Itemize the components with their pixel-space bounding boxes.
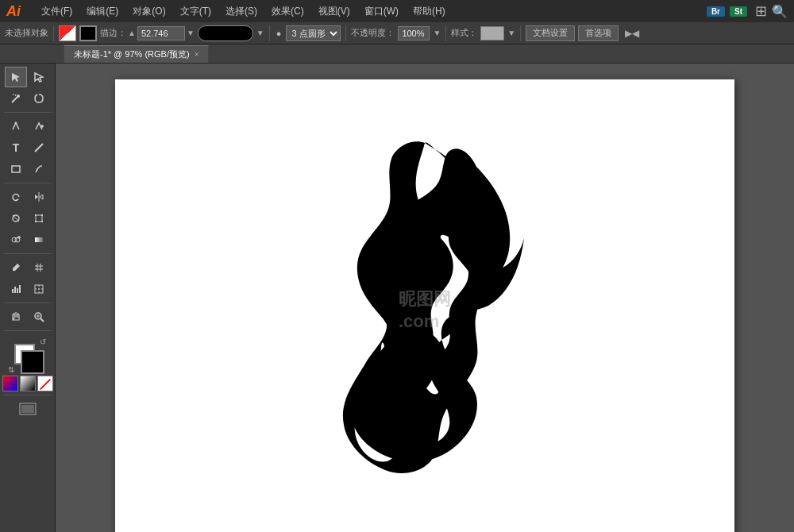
menu-view[interactable]: 视图(V) <box>312 3 357 20</box>
stroke-box[interactable] <box>22 352 43 372</box>
doc-settings-button[interactable]: 文档设置 <box>526 25 575 41</box>
eyedropper-button[interactable] <box>5 257 27 278</box>
separator3 <box>345 25 346 41</box>
slice-tool-button[interactable] <box>28 279 50 299</box>
color-mode-solid-button[interactable] <box>2 376 18 391</box>
document-tab[interactable]: 未标题-1* @ 97% (RGB/预览) × <box>64 45 209 63</box>
stroke-label: 描边： <box>100 27 126 39</box>
reflect-tool-button[interactable] <box>28 187 50 207</box>
main-layout: T <box>0 64 794 532</box>
svg-rect-15 <box>35 214 37 216</box>
tool-row-7 <box>5 208 50 229</box>
hand-tool-button[interactable] <box>5 306 27 327</box>
fill-stroke-selector: ↺ ⇅ <box>8 337 48 374</box>
svg-rect-28 <box>12 289 13 293</box>
menu-help[interactable]: 帮助(H) <box>407 3 452 20</box>
style-label: 样式： <box>451 27 477 39</box>
stock-button[interactable]: St <box>730 6 747 17</box>
separator5 <box>520 25 521 41</box>
stroke-up-icon[interactable]: ▲ <box>128 29 136 37</box>
prefs-button[interactable]: 首选项 <box>578 25 619 41</box>
tab-bar: 未标题-1* @ 97% (RGB/预览) × <box>0 44 794 64</box>
warp-tool-button[interactable] <box>5 208 27 229</box>
brush-preset-dropdown[interactable]: 3 点圆形 <box>286 25 341 41</box>
tool-row-8 <box>5 229 50 250</box>
pencil-tool-button[interactable] <box>28 159 50 179</box>
search-icon[interactable]: 🔍 <box>772 4 788 19</box>
rotate-tool-button[interactable] <box>5 187 27 207</box>
stroke-shape-dropdown-icon[interactable]: ▼ <box>256 29 264 37</box>
svg-line-0 <box>12 97 17 102</box>
menu-edit[interactable]: 编辑(E) <box>80 3 125 20</box>
options-more-icon[interactable]: ▶◀ <box>625 28 639 39</box>
zoom-tool-button[interactable] <box>28 306 50 327</box>
stroke-shape-preview <box>198 25 253 41</box>
menu-object[interactable]: 对象(O) <box>126 3 172 20</box>
pen-tool-button[interactable] <box>5 116 27 137</box>
title-bar: Ai 文件(F) 编辑(E) 对象(O) 文字(T) 选择(S) 效果(C) 视… <box>0 0 794 22</box>
opacity-dropdown-icon[interactable]: ▼ <box>433 29 441 37</box>
canvas-area[interactable]: 昵图网.com <box>56 64 794 532</box>
menu-text[interactable]: 文字(T) <box>174 3 218 20</box>
bar-chart-tool-button[interactable] <box>5 279 27 299</box>
line-tool-button[interactable] <box>28 137 50 158</box>
stroke-width-input[interactable] <box>137 26 185 40</box>
lasso-tool-button[interactable] <box>28 88 50 109</box>
tool-row-9 <box>5 257 50 278</box>
type-tool-button[interactable]: T <box>5 137 27 158</box>
stroke-color-swatch[interactable] <box>79 25 97 41</box>
svg-marker-10 <box>16 199 19 200</box>
tool-row-10 <box>5 279 50 299</box>
svg-line-36 <box>40 318 44 322</box>
toolbar-separator-5 <box>4 330 52 331</box>
free-transform-tool-button[interactable] <box>28 208 50 229</box>
magic-wand-tool-button[interactable] <box>5 88 27 109</box>
app-logo: Ai <box>6 3 30 20</box>
menu-effect[interactable]: 效果(C) <box>265 3 310 20</box>
color-mode-none-button[interactable] <box>37 376 53 391</box>
color-mode-gradient-button[interactable] <box>20 376 36 391</box>
svg-rect-14 <box>36 215 42 222</box>
rect-tool-button[interactable] <box>5 159 27 179</box>
menu-bar: 文件(F) 编辑(E) 对象(O) 文字(T) 选择(S) 效果(C) 视图(V… <box>35 3 452 20</box>
fill-color-swatch[interactable] <box>59 25 76 41</box>
bridge-button[interactable]: Br <box>707 6 725 17</box>
style-dropdown-icon[interactable]: ▼ <box>507 29 515 37</box>
menu-file[interactable]: 文件(F) <box>35 3 79 20</box>
mesh-tool-button[interactable] <box>28 257 50 278</box>
svg-rect-8 <box>12 166 20 172</box>
svg-rect-16 <box>41 214 43 216</box>
type-icon: T <box>13 141 20 154</box>
svg-rect-30 <box>17 288 18 293</box>
shape-builder-button[interactable] <box>5 229 27 250</box>
add-anchor-tool-button[interactable] <box>28 116 50 137</box>
tab-title: 未标题-1* @ 97% (RGB/预览) <box>74 48 190 60</box>
stroke-down-icon[interactable]: ▼ <box>187 29 195 37</box>
opacity-input[interactable] <box>398 26 430 40</box>
menu-select[interactable]: 选择(S) <box>219 3 264 20</box>
artboard-layout-button[interactable] <box>6 399 50 419</box>
layout-grid-icon[interactable]: ⊞ <box>755 2 767 20</box>
tool-row-11 <box>5 306 50 327</box>
color-mode-row <box>2 376 53 391</box>
svg-rect-23 <box>35 237 43 242</box>
title-right-area: Br St ⊞ 🔍 <box>707 2 788 20</box>
direct-selection-tool-button[interactable] <box>28 67 50 87</box>
swap-colors-icon[interactable]: ⇅ <box>8 365 14 374</box>
menu-window[interactable]: 窗口(W) <box>358 3 405 20</box>
left-toolbar: T <box>0 64 56 532</box>
tool-row-1 <box>5 67 50 87</box>
separator <box>53 25 54 41</box>
gradient-tool-button[interactable] <box>28 229 50 250</box>
toolbar-separator-2 <box>4 183 52 183</box>
svg-point-9 <box>37 168 38 170</box>
opacity-label: 不透明度： <box>351 27 395 39</box>
toolbar-separator-6 <box>4 395 52 395</box>
tab-close-button[interactable]: × <box>195 50 199 59</box>
reset-colors-icon[interactable]: ↺ <box>40 337 46 346</box>
color-tools-area: ↺ ⇅ <box>2 337 53 391</box>
svg-rect-17 <box>35 221 37 222</box>
selection-tool-button[interactable] <box>5 67 27 87</box>
separator2 <box>269 25 270 41</box>
svg-point-4 <box>15 122 17 125</box>
